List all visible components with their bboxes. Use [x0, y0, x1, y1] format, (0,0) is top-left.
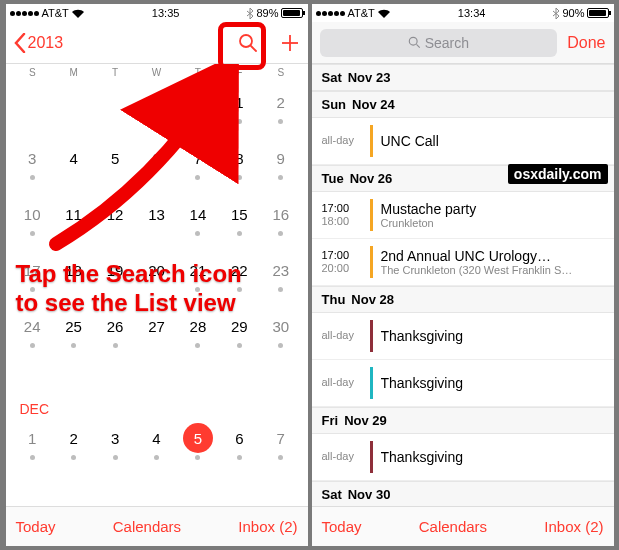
day-cell[interactable]: 4	[136, 417, 177, 473]
day-number: 1	[17, 423, 47, 453]
day-cell[interactable]: 19	[94, 249, 135, 305]
day-cell[interactable]: 12	[94, 193, 135, 249]
event-row[interactable]: 17:0020:002nd Annual UNC Urology…The Cru…	[312, 239, 614, 286]
event-dot-icon	[195, 231, 200, 236]
add-icon[interactable]	[280, 33, 300, 53]
event-title: Thanksgiving	[381, 328, 604, 344]
month-label: DEC	[6, 361, 308, 417]
day-number: 16	[266, 199, 296, 229]
day-cell[interactable]: 7	[177, 137, 218, 193]
day-cell[interactable]: 5	[94, 137, 135, 193]
day-number: 20	[141, 255, 171, 285]
signal-dots-icon	[10, 11, 39, 16]
day-cell[interactable]: 21	[177, 249, 218, 305]
event-row[interactable]: all-dayThanksgiving	[312, 360, 614, 407]
day-cell[interactable]: 5	[177, 417, 218, 473]
battery-pct-label: 89%	[256, 7, 278, 19]
event-dot-icon	[30, 343, 35, 348]
event-content: Mustache partyCrunkleton	[381, 201, 604, 229]
event-dot-icon	[113, 343, 118, 348]
weekday-label: W	[136, 67, 177, 78]
toolbar: Today Calendars Inbox (2)	[6, 506, 308, 546]
month-grid[interactable]: 1234567891011121314151617181920212223242…	[6, 81, 308, 361]
event-time: all-day	[322, 450, 370, 463]
day-number: 6	[224, 423, 254, 453]
done-button[interactable]: Done	[567, 34, 605, 52]
day-number: 3	[17, 143, 47, 173]
event-content: UNC Call	[381, 133, 604, 149]
search-placeholder: Search	[425, 35, 469, 51]
day-cell[interactable]: 7	[260, 417, 301, 473]
event-row[interactable]: 17:0018:00Mustache partyCrunkleton	[312, 192, 614, 239]
day-cell[interactable]: 28	[177, 305, 218, 361]
day-cell[interactable]: 20	[136, 249, 177, 305]
day-cell[interactable]: 13	[136, 193, 177, 249]
day-cell[interactable]: 3	[94, 417, 135, 473]
event-row[interactable]: all-dayUNC Call	[312, 118, 614, 165]
day-cell[interactable]	[136, 81, 177, 137]
today-button[interactable]: Today	[16, 518, 56, 535]
day-cell[interactable]: 23	[260, 249, 301, 305]
inbox-button[interactable]: Inbox (2)	[238, 518, 297, 535]
event-list[interactable]: SatNov 23SunNov 24all-dayUNC CallTueNov …	[312, 64, 614, 506]
day-number: 26	[100, 311, 130, 341]
day-cell[interactable]: 25	[53, 305, 94, 361]
day-cell[interactable]	[12, 81, 53, 137]
month-grid[interactable]: 1234567	[6, 417, 308, 473]
svg-point-0	[240, 35, 252, 47]
day-cell[interactable]: 2	[53, 417, 94, 473]
inbox-button[interactable]: Inbox (2)	[544, 518, 603, 535]
day-number: 4	[59, 143, 89, 173]
day-cell[interactable]: 14	[177, 193, 218, 249]
day-cell[interactable]: 15	[219, 193, 260, 249]
day-number: 25	[59, 311, 89, 341]
day-cell[interactable]	[177, 81, 218, 137]
event-dot-icon	[195, 175, 200, 180]
day-cell[interactable]: 1	[219, 81, 260, 137]
calendars-button[interactable]: Calendars	[113, 518, 181, 535]
day-number: 11	[59, 199, 89, 229]
day-cell[interactable]: 18	[53, 249, 94, 305]
event-dot-icon	[71, 455, 76, 460]
day-cell[interactable]	[53, 81, 94, 137]
day-number: 5	[100, 143, 130, 173]
day-cell[interactable]: 26	[94, 305, 135, 361]
day-cell[interactable]: 24	[12, 305, 53, 361]
day-cell[interactable]: 22	[219, 249, 260, 305]
search-input[interactable]: Search	[320, 29, 558, 57]
event-time: 17:0018:00	[322, 202, 370, 228]
day-cell[interactable]: 29	[219, 305, 260, 361]
day-cell[interactable]: 1	[12, 417, 53, 473]
event-time: all-day	[322, 134, 370, 147]
day-cell[interactable]: 27	[136, 305, 177, 361]
day-number: 28	[183, 311, 213, 341]
calendar-month-screen: AT&T 13:35 89% 2013 S M T W	[6, 4, 308, 546]
day-cell[interactable]: 8	[219, 137, 260, 193]
back-button[interactable]: 2013	[14, 33, 64, 53]
day-cell[interactable]: 4	[53, 137, 94, 193]
day-cell[interactable]	[94, 81, 135, 137]
search-icon[interactable]	[238, 33, 258, 53]
weekday-label: T	[177, 67, 218, 78]
event-row[interactable]: all-dayThanksgiving	[312, 313, 614, 360]
day-cell[interactable]: 17	[12, 249, 53, 305]
event-row[interactable]: all-dayThanksgiving	[312, 434, 614, 481]
event-title: 2nd Annual UNC Urology…	[381, 248, 604, 264]
calendars-button[interactable]: Calendars	[419, 518, 487, 535]
day-cell[interactable]: 6	[219, 417, 260, 473]
day-cell[interactable]: 6	[136, 137, 177, 193]
day-cell[interactable]: 2	[260, 81, 301, 137]
weekday-header: S M T W T F S	[6, 64, 308, 81]
day-number: 12	[100, 199, 130, 229]
today-button[interactable]: Today	[322, 518, 362, 535]
day-cell[interactable]: 11	[53, 193, 94, 249]
toolbar: Today Calendars Inbox (2)	[312, 506, 614, 546]
day-cell[interactable]: 10	[12, 193, 53, 249]
day-cell[interactable]: 3	[12, 137, 53, 193]
day-cell[interactable]: 30	[260, 305, 301, 361]
day-cell[interactable]: 9	[260, 137, 301, 193]
day-cell[interactable]: 16	[260, 193, 301, 249]
bluetooth-icon	[553, 8, 559, 19]
battery-pct-label: 90%	[562, 7, 584, 19]
day-number: 15	[224, 199, 254, 229]
